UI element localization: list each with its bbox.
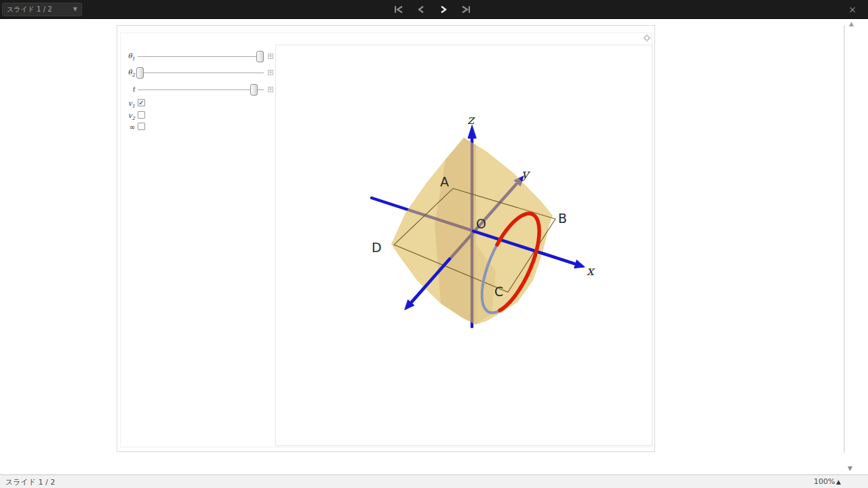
slide-indicator: スライド 1 / 2 xyxy=(5,477,55,487)
slide-navigation xyxy=(392,2,473,17)
chevron-left-icon xyxy=(417,5,425,14)
3d-plot[interactable]: A B C D O x y z xyxy=(117,26,656,453)
label-z-axis: z xyxy=(467,112,475,127)
chevron-down-icon: ▼ xyxy=(73,3,77,16)
title-bar: スライド 1 / 2 ▼ × xyxy=(0,0,868,19)
slide-page: θ1 + θ2 + t + v xyxy=(117,25,655,452)
skip-to-last-icon xyxy=(461,5,471,14)
label-y-axis: y xyxy=(521,166,531,182)
scroll-up-icon[interactable]: ▲ xyxy=(849,20,854,27)
scroll-down-icon[interactable]: ▼ xyxy=(848,465,852,472)
label-A: A xyxy=(440,174,449,189)
first-slide-button[interactable] xyxy=(392,3,406,16)
close-button[interactable]: × xyxy=(846,3,859,16)
next-slide-button[interactable] xyxy=(437,3,450,16)
status-bar: スライド 1 / 2 100% ▲ xyxy=(0,474,868,488)
document-area: θ1 + θ2 + t + v xyxy=(0,19,868,474)
zoom-menu-caret-icon[interactable]: ▲ xyxy=(836,479,841,485)
zoom-level[interactable]: 100% xyxy=(814,477,835,486)
slide-selector-dropdown[interactable]: スライド 1 / 2 ▼ xyxy=(2,3,82,16)
skip-to-first-icon xyxy=(394,5,403,14)
label-O: O xyxy=(476,216,486,231)
label-D: D xyxy=(372,240,382,255)
last-slide-button[interactable] xyxy=(459,3,473,16)
scrollbar-track[interactable] xyxy=(844,25,845,453)
label-C: C xyxy=(494,284,503,299)
previous-slide-button[interactable] xyxy=(414,3,428,16)
slide-selector-label: スライド 1 / 2 xyxy=(7,3,52,16)
chevron-right-icon xyxy=(439,5,448,14)
label-x-axis: x xyxy=(587,263,595,278)
label-B: B xyxy=(558,211,567,226)
close-icon: × xyxy=(848,4,856,15)
